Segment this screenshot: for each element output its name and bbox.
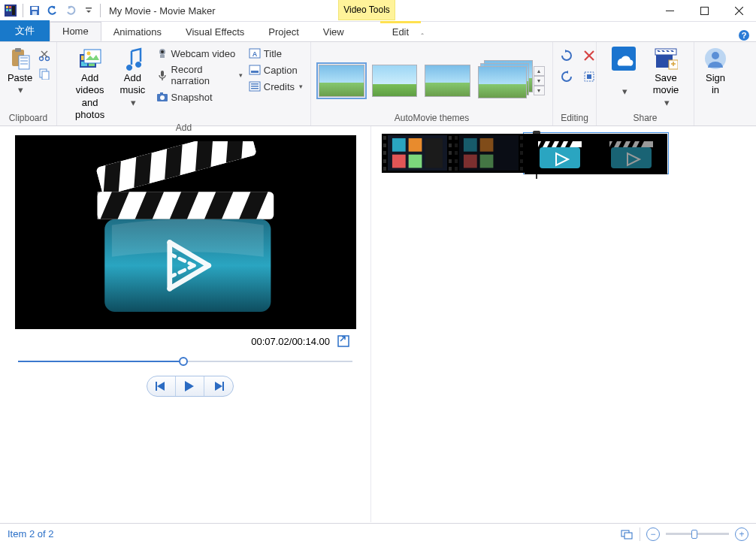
svg-rect-8 <box>32 11 37 15</box>
tab-project[interactable]: Project <box>256 23 310 41</box>
tab-view[interactable]: View <box>311 23 356 41</box>
add-videos-photos-label: Add videos and photos <box>66 72 113 121</box>
save-button[interactable] <box>26 2 43 19</box>
automovie-theme-3[interactable] <box>425 65 470 97</box>
timeline-clip-1b[interactable] <box>453 134 525 173</box>
onedrive-share-button[interactable]: ▾ <box>603 45 645 99</box>
svg-rect-70 <box>464 138 477 152</box>
svg-rect-31 <box>161 71 164 77</box>
svg-text:A: A <box>253 50 258 58</box>
title-button[interactable]: ATitle <box>247 47 304 60</box>
window-title: My Movie - Movie Maker <box>109 5 216 17</box>
qat-customize-button[interactable] <box>80 2 97 19</box>
svg-rect-4 <box>9 9 11 11</box>
group-label-share: Share <box>597 113 694 125</box>
zoom-in-button[interactable]: + <box>735 527 748 541</box>
svg-rect-64 <box>392 138 406 152</box>
undo-button[interactable] <box>44 2 61 19</box>
svg-rect-62 <box>222 382 224 391</box>
svg-rect-3 <box>6 9 8 11</box>
add-videos-photos-button[interactable]: Add videos and photos <box>63 45 116 122</box>
svg-rect-81 <box>624 533 632 539</box>
group-label-signin <box>694 123 736 125</box>
svg-rect-71 <box>480 138 494 152</box>
svg-rect-9 <box>86 8 92 9</box>
tab-home[interactable]: Home <box>50 22 101 41</box>
svg-rect-73 <box>480 155 494 168</box>
svg-rect-67 <box>409 155 422 168</box>
rotate-left-button[interactable] <box>559 48 574 63</box>
svg-rect-26 <box>84 50 101 63</box>
tab-visual-effects[interactable]: Visual Effects <box>174 23 256 41</box>
svg-point-34 <box>160 95 165 100</box>
timeline-clip-2b[interactable] <box>596 134 667 173</box>
save-movie-button[interactable]: Save movie ▾ <box>645 45 687 110</box>
collapse-ribbon-button[interactable]: ˆ <box>421 32 424 41</box>
automovie-theme-4[interactable] <box>478 65 523 97</box>
snapshot-button[interactable]: Snapshot <box>155 90 244 104</box>
automovie-theme-2[interactable] <box>372 65 418 97</box>
svg-rect-68 <box>425 138 443 168</box>
svg-rect-79 <box>611 147 652 168</box>
select-all-button[interactable] <box>582 69 597 84</box>
svg-rect-76 <box>540 147 580 168</box>
sign-in-label: Sign in <box>706 72 725 97</box>
play-button[interactable] <box>176 376 204 396</box>
seek-slider[interactable] <box>18 361 352 362</box>
thumbnails-view-button[interactable] <box>620 527 634 541</box>
copy-button[interactable] <box>37 66 52 81</box>
svg-rect-1 <box>6 6 8 8</box>
tab-file[interactable]: 文件 <box>0 20 50 41</box>
timeline-clip-1[interactable] <box>382 134 453 173</box>
svg-point-29 <box>161 50 164 53</box>
svg-point-27 <box>86 52 90 56</box>
svg-rect-5 <box>12 6 15 15</box>
automovie-theme-1[interactable] <box>319 65 364 97</box>
themes-scroll-down[interactable]: ▾ <box>534 76 545 86</box>
svg-point-17 <box>40 57 44 61</box>
svg-rect-38 <box>249 65 260 74</box>
svg-rect-11 <box>700 7 708 14</box>
svg-rect-45 <box>587 74 591 79</box>
add-music-button[interactable]: Add music ▾ <box>116 45 148 110</box>
minimize-button[interactable] <box>652 0 687 21</box>
save-movie-label: Save movie <box>653 72 679 97</box>
tab-edit[interactable]: Edit <box>380 21 421 41</box>
svg-rect-39 <box>251 71 259 73</box>
help-button[interactable]: ? <box>738 29 750 41</box>
prev-frame-button[interactable] <box>147 376 176 396</box>
svg-rect-32 <box>162 78 162 80</box>
remove-button[interactable] <box>582 48 597 63</box>
svg-rect-30 <box>160 55 165 58</box>
fullscreen-button[interactable] <box>337 335 349 347</box>
credits-button[interactable]: Credits▾ <box>247 80 304 93</box>
add-music-label: Add music <box>119 72 145 97</box>
cut-button[interactable] <box>37 48 52 63</box>
svg-rect-61 <box>156 382 157 391</box>
svg-rect-65 <box>409 138 422 152</box>
record-narration-button[interactable]: Record narration▾ <box>155 63 244 87</box>
svg-rect-35 <box>160 92 163 95</box>
redo-button[interactable] <box>62 2 79 19</box>
next-frame-button[interactable] <box>204 376 233 396</box>
svg-rect-43 <box>251 88 259 89</box>
rotate-right-button[interactable] <box>559 69 574 84</box>
sign-in-button[interactable]: Sign in <box>700 45 730 98</box>
close-button[interactable] <box>721 0 756 21</box>
zoom-slider[interactable] <box>666 533 729 535</box>
svg-rect-66 <box>392 155 406 168</box>
paste-button[interactable]: Paste ▾ <box>5 45 35 98</box>
paste-label: Paste <box>8 72 32 84</box>
caption-button[interactable]: Caption <box>247 63 304 77</box>
timeline[interactable] <box>371 126 756 522</box>
svg-text:?: ? <box>742 31 747 40</box>
themes-scroll-up[interactable]: ▴ <box>534 66 545 76</box>
tab-animations[interactable]: Animations <box>101 23 174 41</box>
zoom-out-button[interactable]: − <box>646 527 660 541</box>
webcam-video-button[interactable]: Webcam video <box>155 47 244 60</box>
svg-point-51 <box>712 52 719 59</box>
preview-display <box>15 135 356 329</box>
timeline-clip-2[interactable] <box>525 134 596 173</box>
themes-expand[interactable]: ▾ <box>534 86 545 95</box>
maximize-button[interactable] <box>687 0 721 21</box>
